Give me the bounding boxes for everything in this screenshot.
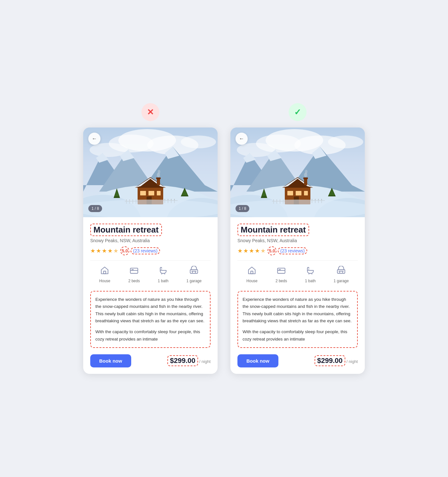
- property-title: Mountain retreat: [90, 224, 162, 236]
- svg-point-71: [305, 170, 308, 174]
- amenity-bed: 2 beds: [128, 266, 140, 283]
- bed-icon: [130, 266, 139, 277]
- card-wrapper-correct: ✓: [230, 103, 365, 374]
- svg-rect-22: [157, 178, 160, 185]
- house-icon: [100, 266, 109, 277]
- star-full: ★: [108, 247, 113, 254]
- bath-icon: [159, 266, 168, 277]
- card-wrapper-wrong: ✕: [83, 103, 218, 374]
- back-icon: ←: [239, 136, 244, 142]
- review-count: (23 reviews): [131, 247, 160, 254]
- svg-point-86: [230, 200, 365, 217]
- svg-point-5: [181, 136, 216, 148]
- house-icon: [247, 266, 256, 277]
- amenity-label: 1 bath: [305, 279, 316, 283]
- card-footer: Book now$299.00/ night: [90, 353, 211, 367]
- amenity-label: 1 garage: [187, 279, 202, 283]
- star-half: ★: [260, 247, 266, 254]
- svg-rect-16: [140, 191, 146, 195]
- star-full: ★: [255, 247, 260, 254]
- svg-rect-64: [304, 191, 308, 195]
- price-period: / night: [199, 359, 211, 364]
- garage-icon: [337, 266, 346, 277]
- divider: [90, 260, 211, 261]
- star-full: ★: [249, 247, 254, 254]
- rating-number: 5.0: [268, 246, 276, 255]
- svg-rect-42: [130, 270, 138, 273]
- price-value: $299.00: [315, 355, 345, 366]
- price-box: $299.00/ night: [315, 355, 358, 366]
- bed-icon: [277, 266, 286, 277]
- svg-rect-17: [148, 191, 154, 195]
- amenity-bath: 1 bath: [305, 266, 316, 283]
- svg-point-45: [195, 272, 196, 273]
- back-icon: ←: [92, 136, 97, 142]
- price-period: / night: [347, 359, 358, 364]
- svg-rect-89: [338, 270, 345, 274]
- book-now-button[interactable]: Book now: [90, 354, 131, 367]
- amenity-bath: 1 bath: [158, 266, 168, 283]
- description-box: Experience the wonders of nature as you …: [90, 291, 211, 348]
- back-button[interactable]: ←: [236, 133, 248, 145]
- status-icon-wrong: ✕: [141, 103, 159, 121]
- property-title: Mountain retreat: [237, 224, 309, 236]
- svg-rect-41: [104, 271, 106, 274]
- star-full: ★: [243, 247, 248, 254]
- back-button[interactable]: ←: [88, 133, 100, 145]
- review-count: (23 reviews): [278, 247, 307, 254]
- svg-rect-18: [157, 191, 161, 195]
- amenities-row: House 2 beds 1 bath 1 garage: [90, 266, 211, 286]
- property-image: ←1 / 8: [230, 127, 365, 217]
- description-p1: Experience the wonders of nature as you …: [95, 296, 205, 325]
- property-card-wrong: ←1 / 8Mountain retreatSnowy Peaks, NSW, …: [83, 127, 218, 374]
- svg-rect-68: [304, 178, 307, 185]
- star-half: ★: [113, 247, 118, 254]
- amenity-label: 2 beds: [276, 279, 287, 283]
- description-p2: With the capacity to comfortably sleep f…: [95, 328, 205, 343]
- price-box: $299.00/ night: [167, 355, 211, 366]
- stars: ★★★★★: [237, 247, 266, 254]
- svg-rect-62: [287, 191, 293, 195]
- price-value: $299.00: [167, 355, 198, 366]
- amenity-house: House: [246, 266, 258, 283]
- book-now-button[interactable]: Book now: [237, 354, 278, 367]
- status-icon-correct: ✓: [289, 103, 307, 121]
- property-location: Snowy Peaks, NSW, Australia: [90, 238, 211, 243]
- svg-rect-43: [190, 270, 198, 274]
- description-p2: With the capacity to comfortably sleep f…: [243, 328, 353, 343]
- photo-counter: 1 / 8: [236, 205, 249, 212]
- svg-rect-63: [296, 191, 301, 195]
- property-card-correct: ←1 / 8Mountain retreatSnowy Peaks, NSW, …: [230, 127, 365, 374]
- card-footer: Book now$299.00/ night: [237, 353, 358, 367]
- amenity-label: 1 garage: [334, 279, 349, 283]
- photo-counter: 1 / 8: [88, 205, 102, 212]
- amenity-garage: 1 garage: [334, 266, 349, 283]
- stars: ★★★★★: [90, 247, 118, 254]
- svg-rect-87: [251, 271, 253, 274]
- rating-row: ★★★★★5.0(23 reviews): [90, 246, 211, 255]
- property-location: Snowy Peaks, NSW, Australia: [237, 238, 358, 243]
- star-full: ★: [90, 247, 95, 254]
- svg-rect-69: [303, 177, 308, 179]
- star-full: ★: [237, 247, 243, 254]
- rating-number: 5.0: [120, 246, 129, 255]
- description-p1: Experience the wonders of nature as you …: [243, 296, 353, 325]
- star-full: ★: [102, 247, 107, 254]
- comparison-container: ✕: [83, 103, 365, 374]
- amenities-row: House 2 beds 1 bath 1 garage: [237, 266, 358, 286]
- amenity-garage: 1 garage: [187, 266, 202, 283]
- amenity-label: House: [246, 279, 258, 283]
- svg-point-91: [342, 272, 343, 273]
- bath-icon: [306, 266, 315, 277]
- amenity-bed: 2 beds: [276, 266, 287, 283]
- rating-row: ★★★★★5.0(23 reviews): [237, 246, 358, 255]
- svg-rect-23: [156, 177, 161, 179]
- description-box: Experience the wonders of nature as you …: [237, 291, 358, 348]
- amenity-label: 1 bath: [158, 279, 168, 283]
- amenity-label: 2 beds: [128, 279, 140, 283]
- svg-rect-88: [277, 270, 285, 273]
- amenity-house: House: [99, 266, 110, 283]
- svg-point-25: [158, 170, 160, 174]
- garage-icon: [189, 266, 198, 277]
- svg-point-40: [83, 200, 218, 217]
